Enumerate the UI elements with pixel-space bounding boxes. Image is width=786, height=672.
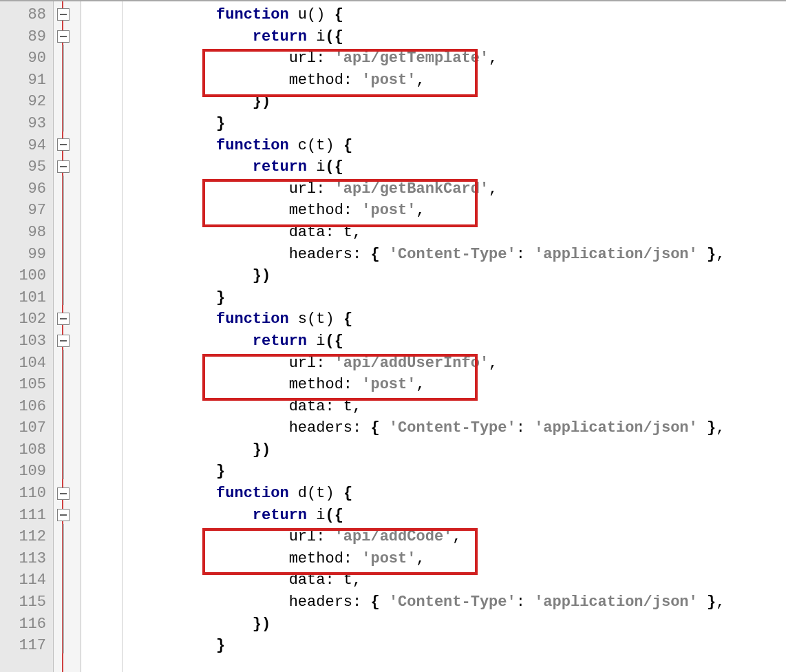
fold-toggle-icon[interactable]	[57, 487, 70, 500]
line-number: 109	[0, 461, 46, 483]
line-number: 100	[0, 265, 46, 287]
line-number: 116	[0, 613, 46, 636]
line-number: 115	[0, 591, 46, 613]
fold-toggle-icon[interactable]	[57, 138, 70, 151]
margin-column	[81, 1, 123, 672]
fold-toggle-icon[interactable]	[57, 313, 70, 325]
line-number: 107	[0, 417, 46, 439]
line-number: 88	[0, 4, 46, 26]
line-number: 94	[0, 135, 46, 157]
line-number: 93	[0, 113, 46, 135]
line-number: 91	[0, 70, 46, 92]
line-number: 111	[0, 505, 46, 527]
line-number: 101	[0, 287, 46, 309]
line-number: 99	[0, 244, 46, 266]
fold-guide	[63, 350, 64, 479]
line-number: 95	[0, 156, 46, 178]
line-number: 112	[0, 526, 46, 548]
line-number: 96	[0, 178, 46, 200]
line-number: 102	[0, 308, 46, 330]
fold-guide	[63, 45, 64, 132]
fold-column[interactable]	[54, 1, 81, 672]
fold-toggle-icon[interactable]	[57, 160, 70, 173]
code-area[interactable]: function u() { return i({ url: 'api/getT…	[123, 1, 786, 672]
line-number: 89	[0, 26, 46, 48]
line-number: 92	[0, 91, 46, 113]
line-number: 97	[0, 200, 46, 222]
line-number: 110	[0, 483, 46, 505]
code-editor: 8889909192939495969798991001011021031041…	[0, 1, 786, 672]
fold-guide	[63, 176, 64, 305]
line-number: 106	[0, 396, 46, 418]
fold-toggle-icon[interactable]	[57, 509, 70, 521]
line-number: 117	[0, 635, 46, 657]
line-number: 90	[0, 48, 46, 70]
line-number: 105	[0, 374, 46, 396]
line-number: 108	[0, 439, 46, 461]
line-number: 103	[0, 330, 46, 353]
line-number: 114	[0, 569, 46, 591]
fold-guide	[63, 524, 64, 653]
line-number: 98	[0, 222, 46, 244]
fold-toggle-icon[interactable]	[57, 335, 70, 347]
line-number: 104	[0, 353, 46, 375]
fold-toggle-icon[interactable]	[57, 30, 70, 43]
fold-toggle-icon[interactable]	[57, 8, 70, 21]
line-number-gutter: 8889909192939495969798991001011021031041…	[0, 1, 54, 672]
line-number: 113	[0, 548, 46, 570]
